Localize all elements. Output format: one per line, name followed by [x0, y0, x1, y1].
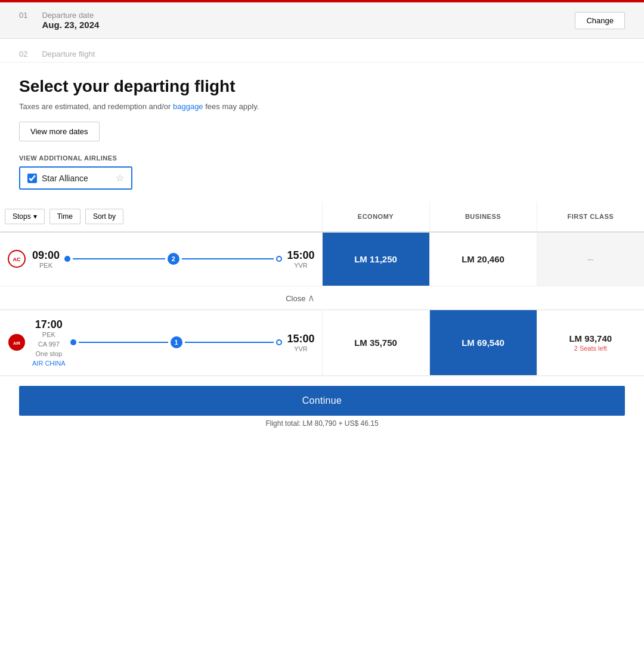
flight1-first-dash: –	[537, 253, 645, 265]
flight1-line: 2	[60, 253, 287, 265]
flight1-economy-amount: LM 11,250	[323, 254, 429, 264]
step01-label: Departure date	[42, 11, 99, 20]
flight-total: Flight total: LM 80,790 + US$ 46.15	[19, 419, 625, 434]
flight1-depart-time-block: 09:00 PEK	[32, 249, 60, 269]
flight2-info-cell: AIR 17:00 PEK CA 997 One stop AIR CHINA	[0, 310, 322, 375]
flight1-business-amount: LM 20,460	[430, 254, 537, 264]
flight2-economy-amount: LM 35,750	[323, 338, 429, 348]
flight2-first-price[interactable]: LM 93,740 2 Seats left	[537, 310, 644, 375]
svg-text:AIR: AIR	[13, 341, 20, 345]
step01-date: Aug. 23, 2024	[42, 20, 99, 30]
flight2-flight-number: CA 997	[32, 341, 66, 348]
flight2-depart-airport: PEK	[32, 331, 66, 338]
stops-filter-btn[interactable]: Stops ▾	[5, 209, 45, 224]
subtitle-text2: fees may apply.	[203, 102, 259, 111]
additional-airlines-label: VIEW ADDITIONAL AIRLINES	[19, 154, 625, 162]
star-alliance-checkbox[interactable]	[27, 174, 37, 183]
subtitle: Taxes are estimated, and redemption and/…	[19, 102, 625, 111]
flight2-arrive-airport: YVR	[287, 345, 314, 352]
flight2-arrive-time: 15:00	[287, 333, 314, 345]
time-label: Time	[57, 212, 73, 221]
flight1-arrive-time-block: 15:00 YVR	[287, 249, 314, 269]
flight2-line: 1	[66, 336, 287, 348]
flight1-arrive-airport: YVR	[287, 262, 314, 269]
continue-button[interactable]: Continue	[19, 386, 625, 416]
economy-header: ECONOMY	[322, 202, 429, 232]
step01-number: 01	[19, 11, 27, 20]
time-filter-btn[interactable]: Time	[49, 209, 80, 224]
filter-header-cell: Stops ▾ Time Sort by	[0, 202, 322, 232]
flight1-info-cell: AC 09:00 PEK	[0, 232, 322, 286]
svg-text:AC: AC	[13, 256, 21, 262]
flight2-times: 17:00 PEK CA 997 One stop AIR CHINA	[32, 318, 315, 367]
flight1-arrive-time: 15:00	[287, 249, 314, 262]
sort-label: Sort by	[93, 212, 116, 221]
flight2-stops-badge: 1	[171, 336, 182, 348]
star-alliance-filter[interactable]: Star Alliance ☆	[19, 166, 132, 190]
flight1-depart-time: 09:00	[32, 249, 60, 262]
table-header-row: Stops ▾ Time Sort by ECONOMY BUSINESS FI…	[0, 202, 644, 232]
flight1-airline-logo: AC	[7, 249, 26, 268]
flight2-airline-logo: AIR	[7, 333, 26, 352]
flight1-depart-airport: PEK	[32, 262, 60, 269]
view-dates-button[interactable]: View more dates	[19, 122, 100, 141]
flight2-depart-time-block: 17:00 PEK CA 997 One stop AIR CHINA	[32, 318, 66, 367]
flight1-economy-price[interactable]: LM 11,250	[322, 232, 429, 286]
star-alliance-name: Star Alliance	[42, 174, 111, 183]
table-row: AC 09:00 PEK	[0, 232, 644, 286]
close-spacer	[322, 286, 644, 310]
table-row: AIR 17:00 PEK CA 997 One stop AIR CHINA	[0, 310, 644, 375]
sort-filter-btn[interactable]: Sort by	[85, 209, 123, 224]
flight-table: Stops ▾ Time Sort by ECONOMY BUSINESS FI…	[0, 202, 644, 376]
flight1-business-price[interactable]: LM 20,460	[429, 232, 537, 286]
baggage-link[interactable]: baggage	[173, 102, 203, 111]
step02-label: Departure flight	[42, 50, 95, 58]
step02-bar: 02 Departure flight	[0, 39, 644, 63]
close-label[interactable]: Close	[286, 294, 305, 303]
main-content: Select your departing flight Taxes are e…	[0, 63, 644, 190]
flight2-first-amount: LM 93,740	[537, 333, 645, 344]
close-cell[interactable]: Close ∧	[0, 286, 322, 310]
page-title: Select your departing flight	[19, 77, 625, 96]
flight2-airline-name: AIR CHINA	[32, 360, 66, 367]
stops-label: Stops	[13, 212, 31, 221]
first-class-header: FIRST CLASS	[537, 202, 644, 232]
flight2-business-amount: LM 69,540	[430, 338, 537, 348]
flight1-first-price: –	[537, 232, 644, 286]
flight2-arrive-time-block: 15:00 YVR	[287, 333, 314, 352]
flight2-economy-price[interactable]: LM 35,750	[322, 310, 429, 375]
flight1-times: 09:00 PEK 2	[32, 249, 315, 269]
flight2-business-price[interactable]: LM 69,540	[429, 310, 537, 375]
change-button[interactable]: Change	[575, 12, 625, 29]
subtitle-text: Taxes are estimated, and redemption and/…	[19, 102, 173, 111]
flight2-stop-desc: One stop	[32, 350, 66, 357]
flight2-depart-time: 17:00	[32, 318, 66, 331]
business-header: BUSINESS	[429, 202, 537, 232]
favorite-icon[interactable]: ☆	[116, 172, 124, 184]
flight-table-wrapper: Stops ▾ Time Sort by ECONOMY BUSINESS FI…	[0, 202, 644, 376]
continue-section: Continue Flight total: LM 80,790 + US$ 4…	[0, 376, 644, 438]
flight2-seats-left: 2 Seats left	[537, 345, 645, 352]
flight1-stops-badge: 2	[168, 253, 179, 265]
close-row: Close ∧	[0, 286, 644, 310]
close-caret-icon: ∧	[308, 293, 315, 303]
stops-chevron-icon: ▾	[33, 212, 37, 221]
step01-header: 01 Departure date Aug. 23, 2024 Change	[0, 2, 644, 39]
step02-number: 02	[19, 50, 27, 58]
